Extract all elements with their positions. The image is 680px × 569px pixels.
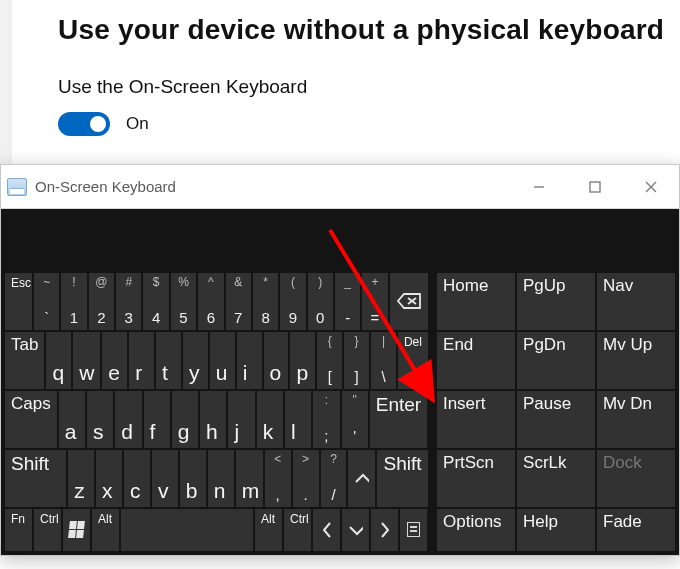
key-t[interactable]: t [156, 332, 181, 389]
key-end[interactable]: End [437, 332, 515, 389]
key-lbracket[interactable]: {[ [317, 332, 342, 389]
chevron-left-icon [321, 521, 333, 539]
context-menu-icon [407, 522, 420, 537]
key-p[interactable]: p [290, 332, 315, 389]
key-5[interactable]: %5 [171, 273, 196, 330]
key-shift-left[interactable]: Shift [5, 450, 66, 507]
key-g[interactable]: g [172, 391, 198, 448]
key-up[interactable] [348, 450, 375, 507]
key-windows[interactable] [63, 509, 90, 551]
key-2[interactable]: @2 [89, 273, 114, 330]
key-fade[interactable]: Fade [597, 509, 675, 551]
key-l[interactable]: l [285, 391, 311, 448]
key-backslash[interactable]: |\ [371, 332, 396, 389]
key-b[interactable]: b [180, 450, 206, 507]
page-gutter [0, 0, 12, 165]
osk-titlebar[interactable]: On-Screen Keyboard [1, 165, 679, 209]
key-nav[interactable]: Nav [597, 273, 675, 330]
window-controls [511, 165, 679, 208]
key-f[interactable]: f [144, 391, 170, 448]
key-9[interactable]: (9 [280, 273, 305, 330]
key-comma[interactable]: <, [265, 450, 291, 507]
key-e[interactable]: e [102, 332, 127, 389]
key-period[interactable]: >. [293, 450, 319, 507]
key-m[interactable]: m [236, 450, 263, 507]
key-shift-right[interactable]: Shift [377, 450, 427, 507]
key-menu[interactable] [400, 509, 427, 551]
key-fn[interactable]: Fn [5, 509, 32, 551]
key-del[interactable]: Del [398, 332, 428, 389]
key-dock[interactable]: Dock [597, 450, 675, 507]
key-8[interactable]: *8 [253, 273, 278, 330]
key-pgdn[interactable]: PgDn [517, 332, 595, 389]
key-help[interactable]: Help [517, 509, 595, 551]
key-backspace[interactable] [390, 273, 428, 330]
key-v[interactable]: v [152, 450, 178, 507]
key-1[interactable]: !1 [61, 273, 86, 330]
key-options[interactable]: Options [437, 509, 515, 551]
minimize-button[interactable] [511, 165, 567, 208]
key-scrlk[interactable]: ScrLk [517, 450, 595, 507]
key-left[interactable] [313, 509, 340, 551]
key-w[interactable]: w [73, 332, 100, 389]
key-prtscn[interactable]: PrtScn [437, 450, 515, 507]
key-z[interactable]: z [68, 450, 94, 507]
key-alt-left[interactable]: Alt [92, 509, 119, 551]
key-u[interactable]: u [210, 332, 235, 389]
osk-toggle[interactable] [58, 112, 110, 136]
key-3[interactable]: #3 [116, 273, 141, 330]
settings-subtitle: Use the On-Screen Keyboard [58, 76, 680, 98]
key-i[interactable]: i [237, 332, 262, 389]
key-s[interactable]: s [87, 391, 113, 448]
keyboard-row-1: Esc ~` !1 @2 #3 $4 %5 ^6 &7 *8 (9 )0 _- … [5, 273, 675, 330]
chevron-up-icon [354, 472, 369, 484]
osk-app-icon [7, 178, 27, 196]
key-d[interactable]: d [115, 391, 141, 448]
key-equal[interactable]: += [362, 273, 387, 330]
key-y[interactable]: y [183, 332, 208, 389]
key-quote[interactable]: "' [342, 391, 368, 448]
minimize-icon [532, 180, 546, 194]
key-r[interactable]: r [129, 332, 154, 389]
key-minus[interactable]: _- [335, 273, 360, 330]
key-slash[interactable]: ?/ [321, 450, 347, 507]
key-enter[interactable]: Enter [370, 391, 427, 448]
close-button[interactable] [623, 165, 679, 208]
key-caps[interactable]: Caps [5, 391, 57, 448]
key-esc[interactable]: Esc [5, 273, 32, 330]
keyboard-row-5: Fn Ctrl Alt Alt Ctrl Options [5, 509, 675, 551]
key-j[interactable]: j [228, 391, 254, 448]
key-ctrl-left[interactable]: Ctrl [34, 509, 61, 551]
key-mvdn[interactable]: Mv Dn [597, 391, 675, 448]
key-c[interactable]: c [124, 450, 150, 507]
key-rbracket[interactable]: }] [344, 332, 369, 389]
key-space[interactable] [121, 509, 253, 551]
key-tilde[interactable]: ~` [34, 273, 59, 330]
key-mvup[interactable]: Mv Up [597, 332, 675, 389]
key-alt-right[interactable]: Alt [255, 509, 282, 551]
osk-toggle-row: On [58, 112, 680, 136]
key-k[interactable]: k [257, 391, 283, 448]
key-h[interactable]: h [200, 391, 226, 448]
key-7[interactable]: &7 [226, 273, 251, 330]
key-pause[interactable]: Pause [517, 391, 595, 448]
key-pgup[interactable]: PgUp [517, 273, 595, 330]
key-6[interactable]: ^6 [198, 273, 223, 330]
key-q[interactable]: q [46, 332, 71, 389]
key-semicolon[interactable]: :; [313, 391, 339, 448]
key-down[interactable] [342, 509, 369, 551]
key-a[interactable]: a [59, 391, 85, 448]
key-tab[interactable]: Tab [5, 332, 44, 389]
key-ctrl-right[interactable]: Ctrl [284, 509, 311, 551]
key-right[interactable] [371, 509, 398, 551]
keyboard-row-4: Shift z x c v b n m <, >. ?/ Shift PrtSc… [5, 450, 675, 507]
maximize-icon [588, 180, 602, 194]
key-4[interactable]: $4 [143, 273, 168, 330]
key-0[interactable]: )0 [308, 273, 333, 330]
key-x[interactable]: x [96, 450, 122, 507]
maximize-button[interactable] [567, 165, 623, 208]
key-n[interactable]: n [208, 450, 234, 507]
key-o[interactable]: o [264, 332, 289, 389]
key-home[interactable]: Home [437, 273, 515, 330]
key-insert[interactable]: Insert [437, 391, 515, 448]
